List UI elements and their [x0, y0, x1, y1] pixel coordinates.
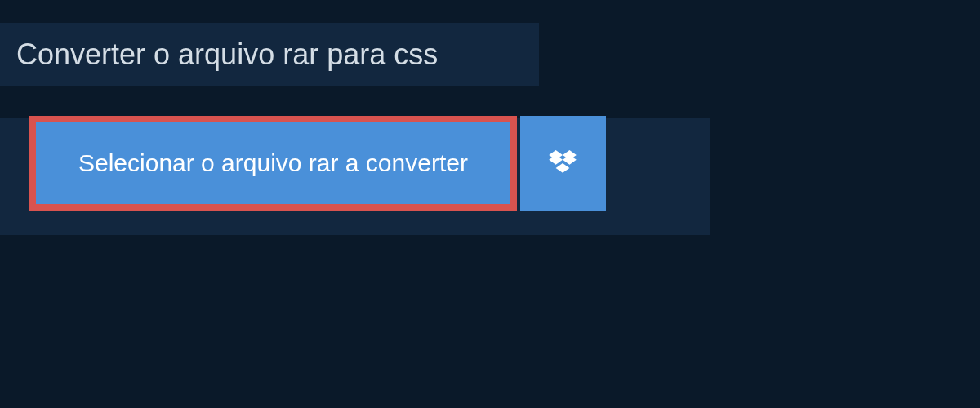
page-title: Converter o arquivo rar para css: [16, 38, 523, 72]
dropbox-icon: [549, 150, 577, 176]
content-area: Selecionar o arquivo rar a converter: [0, 118, 710, 235]
select-file-button-highlight: Selecionar o arquivo rar a converter: [29, 116, 517, 211]
header-panel: Converter o arquivo rar para css: [0, 23, 539, 86]
button-wrapper: Selecionar o arquivo rar a converter: [29, 116, 606, 211]
dropbox-button[interactable]: [520, 116, 606, 211]
button-row: Selecionar o arquivo rar a converter: [29, 118, 709, 235]
select-file-button[interactable]: Selecionar o arquivo rar a converter: [36, 122, 510, 204]
